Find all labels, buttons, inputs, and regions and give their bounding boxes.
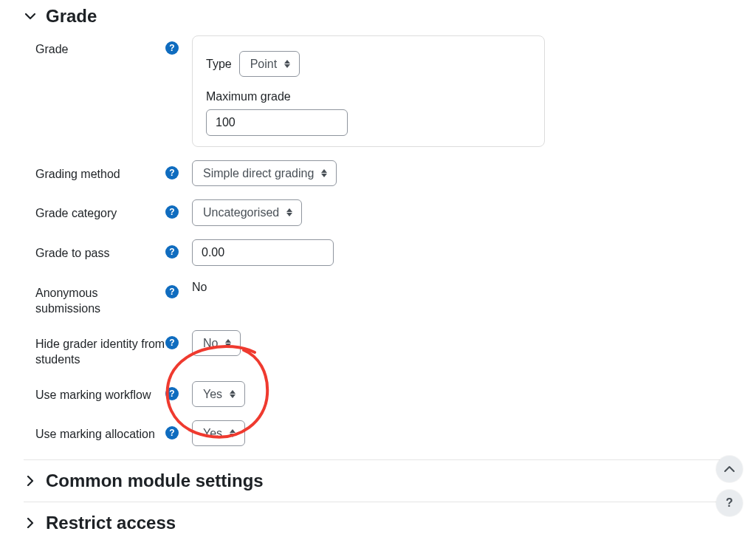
select-grade-category[interactable]: Uncategorised [192, 199, 302, 225]
section-title-restrict: Restrict access [46, 513, 176, 533]
chevron-down-icon [24, 10, 37, 23]
help-icon-grade[interactable]: ? [165, 41, 179, 55]
label-grading-method: Grading method [35, 166, 165, 182]
select-marking-workflow[interactable]: Yes [192, 381, 245, 407]
select-grade-category-value: Uncategorised [203, 205, 279, 219]
label-max-grade: Maximum grade [206, 90, 531, 103]
label-hide-grader: Hide grader identity from students [35, 336, 165, 368]
question-icon: ? [726, 496, 733, 510]
input-max-grade[interactable] [206, 109, 348, 136]
chevron-up-icon [724, 463, 735, 475]
caret-icon [225, 339, 231, 347]
select-marking-allocation-value: Yes [203, 426, 222, 440]
label-marking-workflow: Use marking workflow [35, 387, 165, 403]
select-hide-grader-value: No [203, 336, 218, 350]
help-icon-grade-category[interactable]: ? [165, 205, 179, 219]
input-grade-to-pass[interactable] [192, 239, 334, 266]
section-toggle-restrict[interactable]: Restrict access [24, 513, 732, 533]
help-icon-anonymous[interactable]: ? [165, 285, 179, 298]
label-grade: Grade [35, 41, 165, 58]
help-icon-marking-allocation[interactable]: ? [165, 426, 179, 439]
label-marking-allocation: Use marking allocation [35, 426, 165, 442]
select-marking-workflow-value: Yes [203, 387, 222, 401]
help-icon-grading-method[interactable]: ? [165, 166, 179, 179]
help-icon-hide-grader[interactable]: ? [165, 336, 179, 349]
label-grade-type: Type [206, 58, 232, 71]
grade-settings-box: Type Point Maximum grade [192, 35, 545, 147]
select-grading-method-value: Simple direct grading [203, 166, 314, 180]
select-grading-method[interactable]: Simple direct grading [192, 160, 337, 186]
section-toggle-common[interactable]: Common module settings [24, 471, 732, 491]
chevron-right-icon [24, 474, 37, 488]
caret-icon [230, 429, 236, 437]
label-anonymous: Anonymous submissions [35, 285, 165, 317]
help-icon-grade-to-pass[interactable]: ? [165, 245, 179, 259]
select-hide-grader[interactable]: No [192, 330, 241, 356]
select-marking-allocation[interactable]: Yes [192, 420, 245, 446]
help-icon-marking-workflow[interactable]: ? [165, 387, 179, 400]
select-grade-type-value: Point [250, 57, 277, 71]
caret-icon [230, 390, 236, 398]
section-title-common: Common module settings [46, 471, 264, 491]
caret-icon [286, 208, 292, 216]
section-toggle-grade[interactable]: Grade [24, 6, 732, 27]
caret-icon [284, 60, 290, 68]
chevron-right-icon [24, 516, 37, 530]
static-anonymous-value: No [192, 279, 732, 294]
scroll-to-top-button[interactable] [716, 456, 743, 482]
select-grade-type[interactable]: Point [239, 51, 300, 77]
label-grade-to-pass: Grade to pass [35, 245, 165, 261]
section-title-grade: Grade [46, 6, 97, 27]
label-grade-category: Grade category [35, 205, 165, 222]
floating-help-button[interactable]: ? [716, 490, 743, 516]
caret-icon [321, 169, 327, 177]
